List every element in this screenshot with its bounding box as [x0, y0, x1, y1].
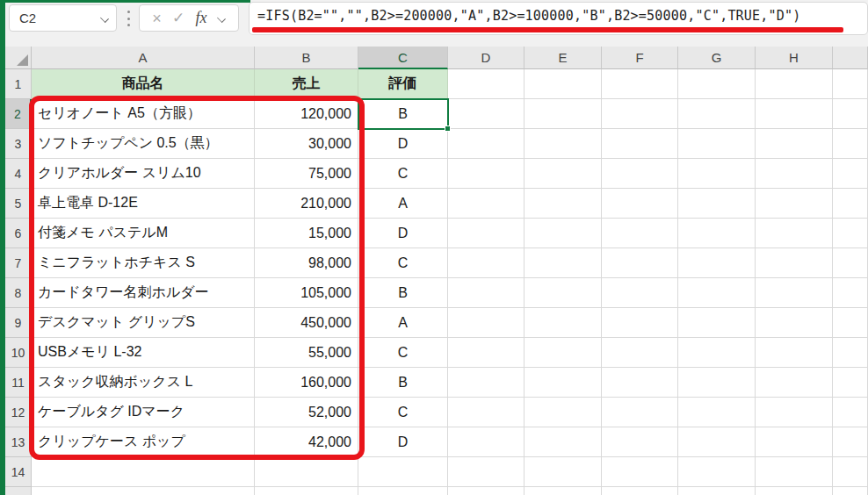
cell-D8[interactable]: [448, 278, 524, 308]
cell-D7[interactable]: [448, 248, 524, 278]
cell-H2[interactable]: [756, 99, 833, 129]
cell-C8[interactable]: B: [358, 278, 448, 308]
row-header-10[interactable]: 10: [5, 338, 32, 368]
row-header-9[interactable]: 9: [5, 308, 32, 338]
cell-H13[interactable]: [756, 427, 833, 457]
cell-B14[interactable]: [255, 457, 358, 487]
cell-E10[interactable]: [524, 338, 602, 368]
cell-F13[interactable]: [602, 427, 678, 457]
cell-D15[interactable]: [448, 487, 524, 495]
cell-D13[interactable]: [448, 427, 524, 457]
cell-C6[interactable]: D: [358, 219, 448, 248]
row-header-11[interactable]: 11: [5, 368, 32, 398]
cell-D9[interactable]: [448, 308, 524, 338]
cell-F10[interactable]: [602, 338, 678, 368]
cancel-icon[interactable]: ×: [152, 11, 162, 26]
cell-I4[interactable]: [833, 159, 868, 189]
cell-H14[interactable]: [756, 457, 833, 487]
row-header-7[interactable]: 7: [5, 248, 32, 278]
cell-C4[interactable]: C: [358, 159, 448, 189]
column-header-F[interactable]: F: [602, 47, 678, 69]
row-header-3[interactable]: 3: [5, 129, 32, 159]
cell-I12[interactable]: [833, 398, 868, 427]
cell-C11[interactable]: B: [358, 368, 448, 398]
cell-G3[interactable]: [678, 129, 756, 159]
cell-G11[interactable]: [678, 368, 756, 398]
cell-I8[interactable]: [833, 278, 868, 308]
cell-A15[interactable]: [32, 487, 255, 495]
cell-E1[interactable]: [524, 69, 602, 99]
cell-I7[interactable]: [833, 248, 868, 278]
cell-C2[interactable]: B: [358, 99, 448, 129]
cell-D6[interactable]: [448, 219, 524, 248]
cell-G12[interactable]: [678, 398, 756, 427]
cell-C10[interactable]: C: [358, 338, 448, 368]
cell-C3[interactable]: D: [358, 129, 448, 159]
cell-D2[interactable]: [448, 99, 524, 129]
row-header-5[interactable]: 5: [5, 189, 32, 219]
cell-D12[interactable]: [448, 398, 524, 427]
cell-C13[interactable]: D: [358, 427, 448, 457]
cell-E4[interactable]: [524, 159, 602, 189]
cell-H1[interactable]: [756, 69, 833, 99]
cell-H12[interactable]: [756, 398, 833, 427]
cell-C7[interactable]: C: [358, 248, 448, 278]
cell-E5[interactable]: [524, 189, 602, 219]
cell-E7[interactable]: [524, 248, 602, 278]
cell-I3[interactable]: [833, 129, 868, 159]
cell-C15[interactable]: [358, 487, 448, 495]
cell-F12[interactable]: [602, 398, 678, 427]
cell-E14[interactable]: [524, 457, 602, 487]
cell-C9[interactable]: A: [358, 308, 448, 338]
cell-F9[interactable]: [602, 308, 678, 338]
cell-A1[interactable]: 商品名: [32, 69, 255, 99]
cell-E2[interactable]: [524, 99, 602, 129]
chevron-down-icon[interactable]: [218, 14, 226, 22]
row-header-15[interactable]: 15: [5, 487, 32, 495]
cell-I2[interactable]: [833, 99, 868, 129]
cell-F14[interactable]: [602, 457, 678, 487]
column-header-H[interactable]: H: [756, 47, 833, 69]
cell-C1[interactable]: 評価: [358, 69, 448, 99]
cell-G14[interactable]: [678, 457, 756, 487]
cell-F7[interactable]: [602, 248, 678, 278]
cell-G2[interactable]: [678, 99, 756, 129]
cell-F1[interactable]: [602, 69, 678, 99]
cell-E3[interactable]: [524, 129, 602, 159]
cell-G1[interactable]: [678, 69, 756, 99]
cell-F15[interactable]: [602, 487, 678, 495]
cell-H4[interactable]: [756, 159, 833, 189]
cell-G15[interactable]: [678, 487, 756, 495]
row-header-8[interactable]: 8: [5, 278, 32, 308]
cell-E12[interactable]: [524, 398, 602, 427]
row-header-1[interactable]: 1: [5, 69, 32, 99]
cell-D11[interactable]: [448, 368, 524, 398]
cell-E9[interactable]: [524, 308, 602, 338]
cell-I11[interactable]: [833, 368, 868, 398]
cell-I15[interactable]: [833, 487, 868, 495]
column-header-C[interactable]: C: [358, 47, 448, 69]
cell-B1[interactable]: 売上: [255, 69, 358, 99]
cell-G7[interactable]: [678, 248, 756, 278]
cell-E15[interactable]: [524, 487, 602, 495]
cell-D10[interactable]: [448, 338, 524, 368]
column-header-B[interactable]: B: [255, 47, 358, 69]
cell-I10[interactable]: [833, 338, 868, 368]
cell-D3[interactable]: [448, 129, 524, 159]
cell-F4[interactable]: [602, 159, 678, 189]
cell-D1[interactable]: [448, 69, 524, 99]
cell-F5[interactable]: [602, 189, 678, 219]
cell-I14[interactable]: [833, 457, 868, 487]
cell-H11[interactable]: [756, 368, 833, 398]
column-header-E[interactable]: E: [524, 47, 602, 69]
cell-H6[interactable]: [756, 219, 833, 248]
cell-I13[interactable]: [833, 427, 868, 457]
cell-I5[interactable]: [833, 189, 868, 219]
cell-E6[interactable]: [524, 219, 602, 248]
cell-G9[interactable]: [678, 308, 756, 338]
cell-E8[interactable]: [524, 278, 602, 308]
cell-C5[interactable]: A: [358, 189, 448, 219]
cell-D4[interactable]: [448, 159, 524, 189]
cell-I9[interactable]: [833, 308, 868, 338]
select-all-corner[interactable]: [5, 47, 32, 69]
